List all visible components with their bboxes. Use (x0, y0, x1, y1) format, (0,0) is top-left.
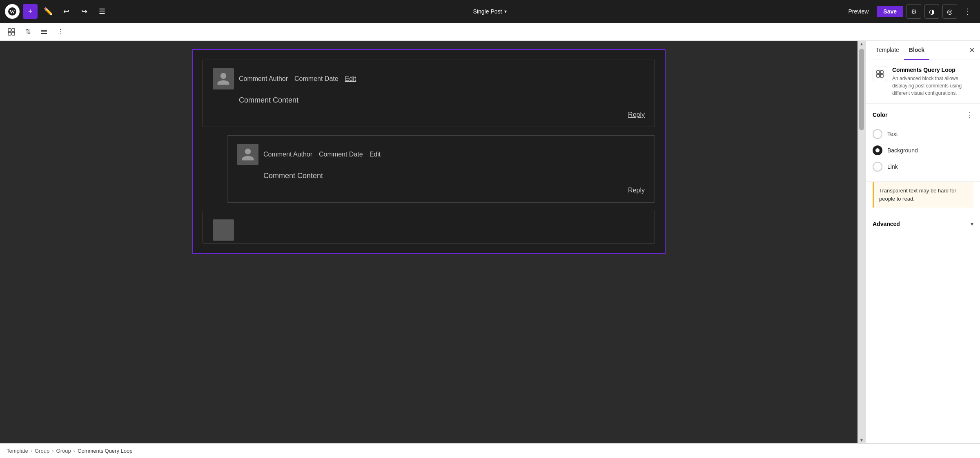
advanced-chevron-icon: ▾ (971, 221, 973, 227)
comment-author-2: Comment Author (263, 151, 312, 158)
more-options-button[interactable]: ⋮ (960, 4, 975, 19)
block-toolbar-menu[interactable] (38, 25, 51, 38)
comment-item-partial (203, 211, 655, 244)
warning-box: Transparent text may be hard for people … (873, 182, 973, 208)
color-label-link: Link (887, 163, 898, 170)
comment-edit-1[interactable]: Edit (345, 75, 356, 83)
comment-item-2: Comment Author Comment Date Edit Comment… (227, 135, 655, 203)
svg-rect-4 (8, 32, 11, 35)
wp-logo[interactable]: W (5, 4, 20, 19)
color-label-text: Text (887, 131, 898, 137)
block-desc: An advanced block that allows displaying… (892, 75, 973, 97)
panel-tabs: Template Block ✕ (866, 41, 980, 60)
scroll-down-arrow[interactable]: ▼ (860, 438, 864, 442)
color-section-header: Color ⋮ (873, 110, 973, 119)
second-toolbar: ⇅ ⋮ (0, 23, 980, 41)
breadcrumb: Template › Group › Group › Comments Quer… (0, 443, 980, 458)
scrollbar-track[interactable]: ▲ ▼ (858, 41, 866, 443)
canvas-inner: Comment Author Comment Date Edit Comment… (184, 41, 674, 262)
svg-rect-5 (12, 32, 15, 35)
color-option-link[interactable]: Link (873, 159, 973, 175)
svg-rect-7 (880, 71, 883, 74)
svg-text:W: W (10, 9, 15, 15)
toolbar-right: Preview Save ⚙ ◑ ◎ ⋮ (844, 4, 976, 19)
breadcrumb-item-template[interactable]: Template (7, 448, 28, 454)
block-icon (873, 67, 887, 81)
tab-template[interactable]: Template (871, 41, 904, 60)
comment-header-1: Comment Author Comment Date Edit (213, 68, 645, 89)
right-panel: Template Block ✕ Comments Query Loop An … (866, 41, 980, 443)
breadcrumb-sep-1: › (31, 448, 32, 454)
up-down-button[interactable]: ⇅ (21, 25, 34, 38)
scrollbar-thumb[interactable] (859, 49, 864, 130)
svg-rect-6 (877, 71, 880, 74)
svg-rect-8 (877, 74, 880, 77)
main-area: Comment Author Comment Date Edit Comment… (0, 41, 980, 443)
warning-text: Transparent text may be hard for people … (879, 188, 956, 202)
color-radio-link[interactable] (873, 162, 882, 172)
color-radio-background[interactable] (873, 145, 882, 155)
color-section-menu-button[interactable]: ⋮ (966, 110, 973, 119)
comment-meta-2: Comment Author Comment Date Edit (263, 151, 381, 158)
comment-reply-1[interactable]: Reply (213, 111, 645, 118)
block-more-button[interactable]: ⋮ (54, 25, 67, 38)
comment-author-1: Comment Author (239, 75, 288, 83)
comment-meta-1: Comment Author Comment Date Edit (239, 75, 356, 83)
panel-close-button[interactable]: ✕ (969, 46, 975, 55)
undo-button[interactable]: ↩ (59, 4, 74, 19)
advanced-title: Advanced (873, 221, 900, 227)
comment-date-1: Comment Date (294, 75, 339, 83)
breadcrumb-item-current: Comments Query Loop (78, 448, 132, 454)
drag-handle-icon (41, 30, 47, 34)
tools-button[interactable]: ✏️ (41, 4, 56, 19)
theme-button[interactable]: ◑ (924, 4, 939, 19)
comment-content-1: Comment Content (213, 96, 645, 105)
advanced-header[interactable]: Advanced ▾ (873, 221, 973, 227)
comments-query-loop-block[interactable]: Comment Author Comment Date Edit Comment… (192, 49, 666, 254)
comment-item-1: Comment Author Comment Date Edit Comment… (203, 60, 655, 127)
block-title: Comments Query Loop (892, 67, 973, 73)
comment-date-2: Comment Date (319, 151, 363, 158)
avatar-1 (213, 68, 234, 89)
post-title[interactable]: Single Post ▾ (473, 8, 507, 15)
block-info-text: Comments Query Loop An advanced block th… (892, 67, 973, 97)
color-section: Color ⋮ Text Background Link (866, 104, 980, 182)
comment-edit-2[interactable]: Edit (370, 151, 381, 158)
svg-rect-9 (880, 74, 883, 77)
svg-rect-3 (12, 29, 15, 31)
color-section-title: Color (873, 112, 888, 118)
post-title-chevron-icon: ▾ (504, 9, 507, 14)
redo-button[interactable]: ↪ (77, 4, 91, 19)
breadcrumb-sep-2: › (52, 448, 53, 454)
save-button[interactable]: Save (877, 6, 903, 17)
scroll-up-arrow[interactable]: ▲ (860, 42, 864, 46)
list-view-button[interactable]: ☰ (95, 4, 109, 19)
color-option-text[interactable]: Text (873, 126, 973, 142)
svg-rect-2 (8, 29, 11, 31)
info-button[interactable]: ◎ (942, 4, 957, 19)
avatar-2 (237, 144, 258, 165)
block-info: Comments Query Loop An advanced block th… (866, 60, 980, 104)
add-block-button[interactable]: + (23, 4, 38, 19)
comment-header-2: Comment Author Comment Date Edit (237, 144, 645, 165)
top-toolbar: W + ✏️ ↩ ↪ ☰ Single Post ▾ Preview Save … (0, 0, 980, 23)
block-switcher-button[interactable] (5, 25, 18, 38)
editor-canvas: Comment Author Comment Date Edit Comment… (0, 41, 858, 443)
breadcrumb-item-group-2[interactable]: Group (56, 448, 71, 454)
comment-content-2: Comment Content (237, 172, 645, 180)
color-option-background[interactable]: Background (873, 142, 973, 159)
color-radio-text[interactable] (873, 129, 882, 139)
breadcrumb-item-group-1[interactable]: Group (35, 448, 49, 454)
advanced-section: Advanced ▾ (866, 214, 980, 234)
tab-block[interactable]: Block (904, 41, 929, 60)
comment-reply-2[interactable]: Reply (237, 187, 645, 194)
settings-button[interactable]: ⚙ (906, 4, 921, 19)
preview-button[interactable]: Preview (844, 6, 874, 17)
breadcrumb-sep-3: › (74, 448, 75, 454)
color-label-background: Background (887, 147, 918, 154)
